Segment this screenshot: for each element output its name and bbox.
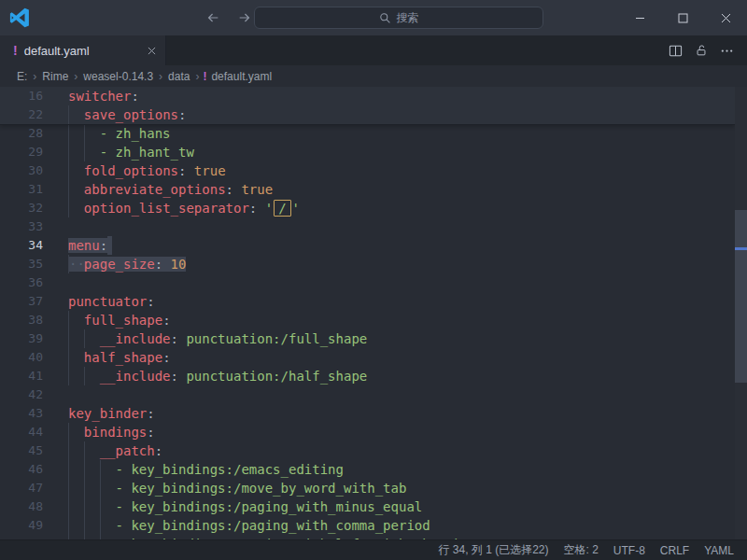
line-number[interactable]: 48 [0,497,43,516]
line-content: __patch: [68,441,735,460]
editor[interactable]: 28 - zh_hans29 - zh_hant_tw30 fold_optio… [0,87,747,539]
indent-guide [84,441,100,460]
indentation[interactable]: 空格: 2 [564,542,599,558]
indent-guide [84,367,100,385]
code-line[interactable]: 38 full_shape: [0,311,735,329]
indent-guide [84,516,100,535]
code-line[interactable]: 29 - zh_hant_tw [0,143,735,161]
token: : [162,313,170,328]
code-line[interactable]: 42 [0,385,735,404]
token: true [194,163,226,178]
breadcrumb-file[interactable]: !default.yaml [203,70,272,83]
code-line[interactable]: 35··page_size: 10 [0,255,735,273]
code-line[interactable]: 43key_binder: [0,404,735,423]
line-number[interactable]: 36 [0,273,43,292]
line-number[interactable]: 30 [0,161,43,180]
minimize-button[interactable] [618,0,661,35]
token: : [155,443,162,458]
line-number[interactable]: 29 [0,143,43,161]
unlock-icon[interactable] [695,44,708,57]
language-mode[interactable]: YAML [704,544,734,557]
token: zh_hant_tw [116,145,194,160]
code-line[interactable]: 45 __patch: [0,441,735,460]
sticky-line[interactable]: 22 save_options: [0,105,735,124]
code-line[interactable]: 48 - key_bindings:/paging_with_minus_equ… [0,497,735,516]
breadcrumb-item[interactable]: E: [15,70,29,83]
cursor-position[interactable]: 行 34, 列 1 (已选择22) [438,542,548,558]
close-button[interactable] [704,0,747,35]
code-line[interactable]: 46 - key_bindings:/emacs_editing [0,460,735,479]
token: key_bindings:/move_by_word_with_tab [131,481,406,496]
line-number[interactable]: 38 [0,311,43,329]
line-number[interactable]: 34 [0,236,43,255]
line-number[interactable]: 40 [0,348,43,367]
line-number[interactable]: 49 [0,516,43,535]
token: key_bindings:/paging_with_comma_period [131,518,430,533]
line-number[interactable]: 39 [0,329,43,348]
line-number[interactable]: 46 [0,460,43,479]
line-number[interactable]: 44 [0,423,43,441]
breadcrumb-item[interactable]: Rime [40,70,70,83]
line-content: abbreviate_options: true [68,180,735,199]
line-number[interactable]: 22 [0,105,43,124]
code-line[interactable]: 28 - zh_hans [0,124,735,143]
token: : [171,369,187,384]
line-number[interactable]: 45 [0,441,43,460]
token: page_size [84,257,155,272]
tab-default-yaml[interactable]: ! default.yaml [0,35,166,65]
line-number[interactable]: 31 [0,180,43,199]
code-line[interactable]: 39 __include: punctuation:/full_shape [0,329,735,348]
line-content: bindings: [68,423,735,441]
line-number[interactable]: 37 [0,292,43,311]
forward-arrow-icon[interactable] [235,8,254,27]
back-arrow-icon[interactable] [204,8,222,27]
line-content: - key_bindings:/paging_with_minus_equal [68,497,735,516]
indent-guide [68,460,84,479]
line-number[interactable]: 28 [0,124,43,143]
code-line[interactable]: 40 half_shape: [0,348,735,367]
code-line[interactable]: 32 option_list_separator: '/' [0,199,735,217]
tab-close-icon[interactable] [148,47,156,55]
code-line[interactable]: 30 fold_options: true [0,161,735,180]
line-number[interactable]: 35 [0,255,43,273]
line-number[interactable]: 16 [0,87,43,105]
line-number[interactable]: 33 [0,217,43,236]
code-line[interactable]: 36 [0,273,735,292]
search-input[interactable]: 搜索 [254,7,543,29]
code-line[interactable]: 31 abbreviate_options: true [0,180,735,199]
line-content: - key_bindings:/paging_with_comma_period [68,516,735,535]
line-content: punctuator: [68,292,735,311]
sticky-line[interactable]: 16switcher: [0,87,735,105]
breadcrumb-item[interactable]: weasel-0.14.3 [81,70,155,83]
token: : [249,201,265,216]
code-line[interactable]: 41 __include: punctuation:/half_shape [0,367,735,385]
line-number[interactable]: 32 [0,199,43,217]
breadcrumb-item[interactable]: data [166,70,191,83]
scrollbar-thumb[interactable] [735,210,747,383]
split-editor-icon[interactable] [669,44,683,58]
token: - [116,481,132,496]
line-number[interactable]: 47 [0,479,43,497]
eol-sequence[interactable]: CRLF [660,544,689,557]
line-number[interactable]: 43 [0,404,43,423]
code-line[interactable]: 47 - key_bindings:/move_by_word_with_tab [0,479,735,497]
vscode-logo-icon [9,7,30,28]
token: ' [292,201,300,216]
encoding[interactable]: UTF-8 [613,544,645,557]
line-number[interactable]: 41 [0,367,43,385]
line-content: menu: [68,236,735,255]
code-line[interactable]: 34menu: [0,236,735,255]
line-content: - zh_hant_tw [68,143,735,161]
line-number[interactable]: 42 [0,385,43,404]
indent-guide [68,497,84,516]
scrollbar[interactable] [735,87,747,539]
line-content: full_shape: [68,311,735,329]
code-line[interactable]: 44 bindings: [0,423,735,441]
more-actions-icon[interactable] [720,44,734,58]
code-line[interactable]: 49 - key_bindings:/paging_with_comma_per… [0,516,735,535]
title-bar: 搜索 [0,0,747,35]
maximize-button[interactable] [661,0,704,35]
code-line[interactable]: 37punctuator: [0,292,735,311]
code-line[interactable]: 33 [0,217,735,236]
indent-guide [100,497,116,516]
